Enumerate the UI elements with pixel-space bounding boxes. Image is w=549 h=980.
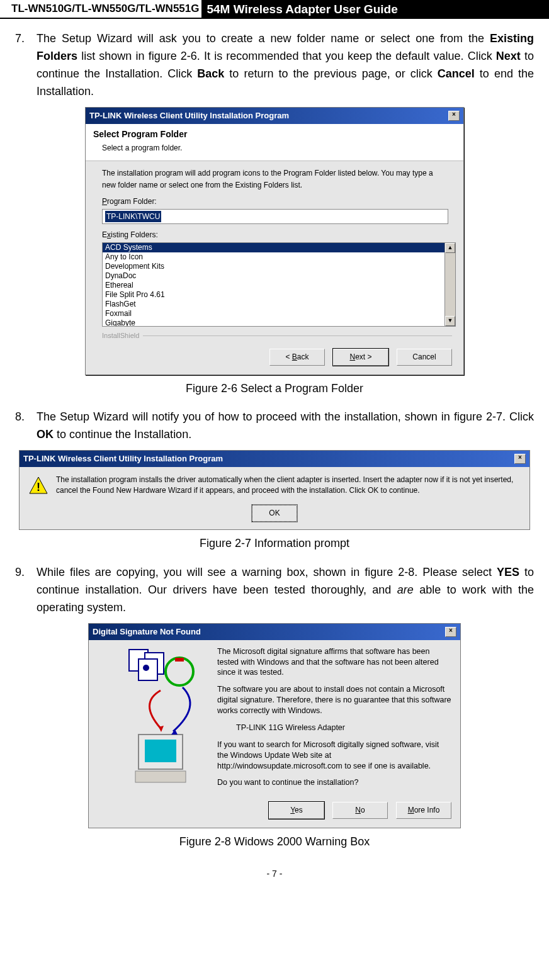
next-button[interactable]: Next > bbox=[333, 349, 388, 366]
step-8: 8. The Setup Wizard will notify you of h… bbox=[15, 408, 534, 444]
text: to continue the Installation. bbox=[54, 428, 191, 441]
divider bbox=[143, 335, 452, 336]
titlebar[interactable]: TP-LINK Wireless Client Utility Installa… bbox=[20, 451, 529, 467]
question: Do you want to continue the installation… bbox=[217, 777, 451, 788]
yes-button[interactable]: Yes bbox=[269, 802, 324, 819]
dialog-description: The installation program will add progra… bbox=[102, 167, 447, 191]
close-icon[interactable]: × bbox=[514, 454, 526, 464]
info-dialog: TP-LINK Wireless Client Utility Installa… bbox=[19, 450, 530, 530]
dialog-graphic bbox=[98, 646, 211, 795]
step-text: The Setup Wizard will notify you of how … bbox=[37, 408, 534, 444]
text: list shown in figure 2-6. It is recommen… bbox=[77, 50, 496, 62]
banner-heading: Select Program Folder bbox=[93, 128, 456, 142]
warning-icon: ! bbox=[28, 476, 48, 496]
model-numbers: TL-WN510G/TL-WN550G/TL-WN551G bbox=[0, 0, 201, 18]
bold-ok: OK bbox=[37, 428, 54, 441]
no-button[interactable]: No bbox=[332, 802, 388, 819]
step-text: While files are copying, you will see a … bbox=[37, 564, 534, 617]
page-header: TL-WN510G/TL-WN550G/TL-WN551G 54M Wirele… bbox=[0, 0, 549, 19]
text: InstallShield bbox=[102, 330, 139, 341]
svg-point-6 bbox=[166, 658, 193, 685]
window-title: TP-LINK Wireless Client Utility Installa… bbox=[89, 110, 289, 122]
figure-caption: Figure 2-8 Widows 2000 Warning Box bbox=[15, 833, 534, 851]
svg-rect-10 bbox=[135, 771, 186, 782]
step-9: 9. While files are copying, you will see… bbox=[15, 564, 534, 617]
installshield-label: InstallShield bbox=[86, 330, 463, 341]
bold-back: Back bbox=[197, 67, 224, 80]
text: The Setup Wizard will notify you of how … bbox=[37, 410, 534, 423]
step-text: The Setup Wizard will ask you to create … bbox=[37, 30, 534, 101]
more-info-button[interactable]: More Info bbox=[396, 802, 451, 819]
close-icon[interactable]: × bbox=[445, 627, 456, 637]
dialog-text: The Microsoft digital signature affirms … bbox=[217, 646, 451, 795]
doc-title: 54M Wireless Adapter User Guide bbox=[201, 0, 549, 18]
window-title: Digital Signature Not Found bbox=[93, 626, 201, 638]
step-number: 9. bbox=[15, 564, 37, 617]
text: to return to the previous page, or click bbox=[224, 67, 437, 80]
existing-folders-list[interactable]: ACD Systems Any to Icon Development Kits… bbox=[102, 242, 456, 327]
list-item[interactable]: ACD Systems bbox=[103, 243, 455, 252]
svg-rect-7 bbox=[175, 658, 184, 662]
dialog-banner: Select Program Folder Select a program f… bbox=[86, 124, 463, 161]
ok-button[interactable]: OK bbox=[252, 505, 297, 522]
bold-yes: YES bbox=[497, 566, 519, 578]
step-7: 7. The Setup Wizard will ask you to crea… bbox=[15, 30, 534, 101]
svg-text:!: ! bbox=[37, 481, 40, 493]
list-item[interactable]: Foxmail bbox=[103, 309, 455, 318]
text: While files are copying, you will see a … bbox=[37, 566, 497, 578]
paragraph: The Microsoft digital signature affirms … bbox=[217, 646, 451, 679]
cancel-button[interactable]: Cancel bbox=[397, 349, 452, 366]
scroll-up-icon[interactable]: ▲ bbox=[445, 243, 455, 253]
scroll-down-icon[interactable]: ▼ bbox=[445, 316, 455, 326]
device-name: TP-LINK 11G Wireless Adapter bbox=[236, 723, 451, 733]
text: The Setup Wizard will ask you to create … bbox=[37, 32, 490, 45]
step-number: 7. bbox=[15, 30, 37, 101]
list-item[interactable]: Any to Icon bbox=[103, 252, 455, 262]
bold-cancel: Cancel bbox=[438, 67, 475, 80]
list-item[interactable]: Ethereal bbox=[103, 281, 455, 290]
svg-rect-9 bbox=[145, 740, 176, 762]
titlebar[interactable]: TP-LINK Wireless Client Utility Installa… bbox=[86, 108, 463, 124]
list-item[interactable]: File Split Pro 4.61 bbox=[103, 290, 455, 300]
program-folder-label: Program Folder: bbox=[102, 196, 447, 208]
step-number: 8. bbox=[15, 408, 37, 444]
window-title: TP-LINK Wireless Client Utility Installa… bbox=[23, 453, 223, 465]
program-folder-input[interactable]: TP-LINK\TWCU bbox=[102, 209, 448, 225]
bold-next: Next bbox=[496, 50, 521, 62]
list-item[interactable]: FlashGet bbox=[103, 300, 455, 309]
titlebar[interactable]: Digital Signature Not Found × bbox=[89, 624, 460, 640]
installer-dialog: TP-LINK Wireless Client Utility Installa… bbox=[85, 107, 464, 375]
svg-point-5 bbox=[143, 665, 149, 671]
figure-caption: Figure 2-7 Information prompt bbox=[15, 535, 534, 553]
page-number: - 7 - bbox=[0, 869, 549, 885]
dialog-message: The installation program installs the dr… bbox=[56, 475, 521, 496]
existing-folders-label: Existing Folders: bbox=[102, 229, 447, 241]
italic-are: are bbox=[397, 583, 414, 596]
paragraph: If you want to search for Microsoft digi… bbox=[217, 740, 451, 772]
figure-caption: Figure 2-6 Select a Program Folder bbox=[15, 380, 534, 398]
list-item[interactable]: Development Kits bbox=[103, 262, 455, 271]
close-icon[interactable]: × bbox=[448, 111, 460, 121]
banner-sub: Select a program folder. bbox=[102, 142, 456, 154]
back-button[interactable]: < Back bbox=[269, 349, 325, 366]
list-item[interactable]: DynaDoc bbox=[103, 271, 455, 281]
signature-dialog: Digital Signature Not Found × The Micros… bbox=[88, 623, 461, 828]
list-item[interactable]: Gigabyte bbox=[103, 318, 455, 327]
scrollbar[interactable]: ▲ ▼ bbox=[444, 243, 455, 326]
input-value: TP-LINK\TWCU bbox=[105, 211, 161, 223]
paragraph: The software you are about to install do… bbox=[217, 684, 451, 716]
